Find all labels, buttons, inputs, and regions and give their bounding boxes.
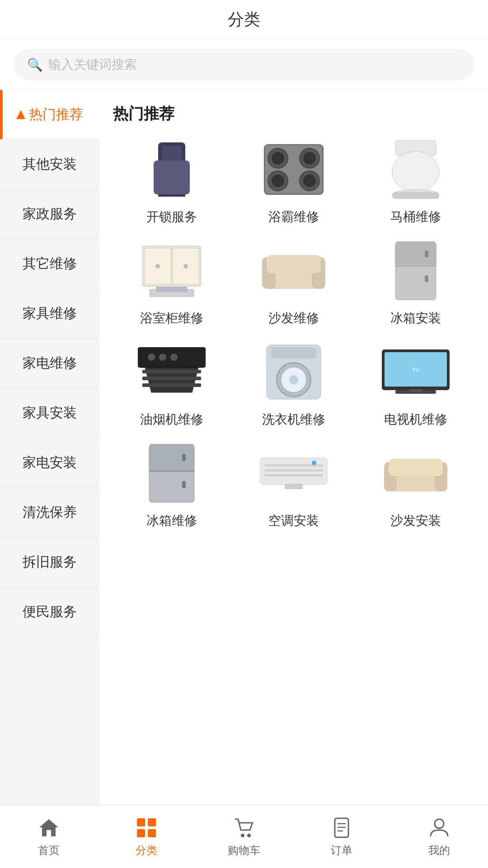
mine-icon — [427, 816, 451, 840]
svg-rect-43 — [271, 347, 316, 359]
search-icon: 🔍 — [27, 57, 43, 72]
svg-rect-66 — [389, 459, 443, 476]
product-image-sofa-repair — [258, 239, 330, 302]
sidebar-item-demolish[interactable]: 拆旧服务 — [0, 538, 99, 587]
product-image-tv: TV — [380, 340, 452, 404]
active-indicator-icon — [16, 110, 25, 119]
product-image-sofa-install — [380, 442, 452, 505]
svg-point-39 — [148, 354, 155, 361]
grid-item-toilet[interactable]: 马桶维修 — [357, 138, 474, 226]
sidebar-item-label: 清洗保养 — [23, 503, 77, 522]
svg-rect-68 — [137, 818, 145, 826]
svg-point-41 — [170, 354, 178, 361]
tab-label-order: 订单 — [331, 843, 352, 858]
tab-label-home: 首页 — [38, 843, 60, 858]
sidebar-item-hot[interactable]: 热门推荐 — [0, 90, 99, 140]
section-title: 热门推荐 — [113, 104, 474, 124]
svg-point-21 — [155, 264, 160, 269]
svg-point-11 — [303, 152, 316, 165]
tab-label-category: 分类 — [136, 843, 157, 858]
sidebar-item-furniture-install[interactable]: 家具安装 — [0, 388, 99, 438]
grid-item-ac-install[interactable]: 空调安装 — [235, 442, 352, 529]
sidebar-item-label: 其他安装 — [23, 155, 77, 174]
svg-rect-70 — [137, 829, 145, 837]
svg-rect-38 — [142, 383, 201, 387]
sidebar-item-label: 热门推荐 — [29, 105, 83, 124]
product-image-fridge-install — [380, 239, 452, 302]
tab-order[interactable]: 订单 — [293, 816, 390, 858]
product-image-bath-heater — [258, 138, 330, 201]
svg-rect-37 — [142, 377, 201, 380]
product-label-tv: 电视机维修 — [384, 411, 447, 428]
sidebar-item-label: 家电维修 — [23, 354, 77, 373]
body-area: 热门推荐其他安装家政服务其它维修家具维修家电维修家具安装家电安装清洗保养拆旧服务… — [0, 90, 488, 821]
svg-rect-69 — [148, 818, 156, 826]
grid-item-range-hood[interactable]: 油烟机维修 — [113, 340, 230, 428]
product-label-bath-heater: 浴霸维修 — [268, 208, 319, 226]
sidebar-item-appliance-install[interactable]: 家电安装 — [0, 438, 99, 488]
sidebar-item-label: 家具维修 — [23, 304, 77, 323]
svg-rect-4 — [154, 160, 190, 194]
order-icon — [330, 816, 353, 840]
sidebar-item-label: 家具安装 — [23, 404, 77, 422]
cart-icon — [232, 816, 256, 840]
grid-item-tv[interactable]: TV 电视机维修 — [357, 340, 474, 428]
search-input-wrap[interactable]: 🔍 输入关键词搜索 — [14, 49, 474, 80]
sidebar-item-cleaning[interactable]: 清洗保养 — [0, 488, 99, 538]
search-bar: 🔍 输入关键词搜索 — [0, 40, 488, 90]
svg-rect-28 — [267, 255, 321, 273]
tabbar: 首页分类购物车订单我的 — [0, 805, 488, 868]
product-label-toilet: 马桶维修 — [390, 208, 441, 226]
svg-point-13 — [303, 175, 316, 187]
tab-home[interactable]: 首页 — [0, 816, 98, 858]
svg-rect-71 — [148, 829, 156, 837]
product-label-sofa-install: 沙发安装 — [390, 512, 441, 529]
grid-item-washer[interactable]: 洗衣机维修 — [235, 340, 352, 428]
sidebar-item-label: 拆旧服务 — [23, 553, 77, 571]
product-grid: 开锁服务 浴霸维修 马桶维修 浴室柜维修 — [113, 138, 474, 529]
sidebar-item-convenience[interactable]: 便民服务 — [0, 587, 99, 637]
grid-item-lock[interactable]: 开锁服务 — [113, 138, 230, 226]
product-label-ac-install: 空调安装 — [268, 512, 319, 529]
svg-rect-53 — [149, 444, 194, 471]
svg-rect-60 — [264, 474, 323, 476]
svg-rect-32 — [425, 250, 428, 257]
grid-item-bath-heater[interactable]: 浴霸维修 — [235, 138, 352, 226]
sidebar-item-other-repair[interactable]: 其它维修 — [0, 239, 99, 289]
svg-point-78 — [435, 819, 444, 828]
svg-point-73 — [247, 834, 251, 837]
product-label-sofa-repair: 沙发维修 — [268, 310, 319, 327]
svg-point-72 — [241, 834, 244, 837]
svg-point-10 — [272, 152, 284, 165]
sidebar-item-furniture-repair[interactable]: 家具维修 — [0, 289, 99, 339]
sidebar-item-appliance-repair[interactable]: 家电维修 — [0, 339, 99, 388]
grid-item-fridge-repair[interactable]: 冰箱维修 — [113, 442, 230, 529]
tab-mine[interactable]: 我的 — [390, 816, 488, 858]
product-image-bathroom-cabinet — [136, 239, 208, 302]
grid-item-fridge-install[interactable]: 冰箱安装 — [357, 239, 474, 327]
grid-item-bathroom-cabinet[interactable]: 浴室柜维修 — [113, 239, 230, 327]
svg-rect-50 — [409, 389, 422, 392]
product-label-lock: 开锁服务 — [146, 208, 197, 226]
product-label-bathroom-cabinet: 浴室柜维修 — [140, 310, 203, 327]
svg-point-12 — [272, 175, 284, 187]
svg-rect-36 — [142, 370, 201, 373]
home-icon — [37, 816, 61, 840]
tab-category[interactable]: 分类 — [98, 816, 195, 858]
sidebar-item-housekeeping[interactable]: 家政服务 — [0, 189, 99, 239]
tab-cart[interactable]: 购物车 — [195, 816, 293, 858]
svg-marker-67 — [39, 819, 58, 836]
product-image-ac-install — [258, 442, 330, 505]
svg-rect-24 — [156, 287, 188, 292]
grid-item-sofa-repair[interactable]: 沙发维修 — [235, 239, 352, 327]
sidebar-item-label: 便民服务 — [23, 603, 77, 621]
main-content: 热门推荐 开锁服务 浴霸维修 马桶维修 — [99, 90, 488, 821]
svg-rect-30 — [395, 241, 436, 266]
svg-rect-33 — [425, 275, 428, 282]
grid-item-sofa-install[interactable]: 沙发安装 — [357, 442, 474, 529]
sidebar: 热门推荐其他安装家政服务其它维修家具维修家电维修家具安装家电安装清洗保养拆旧服务… — [0, 90, 99, 821]
sidebar-item-other-install[interactable]: 其他安装 — [0, 140, 99, 189]
product-image-lock — [136, 138, 208, 201]
category-icon — [135, 816, 158, 840]
svg-point-22 — [183, 264, 188, 269]
